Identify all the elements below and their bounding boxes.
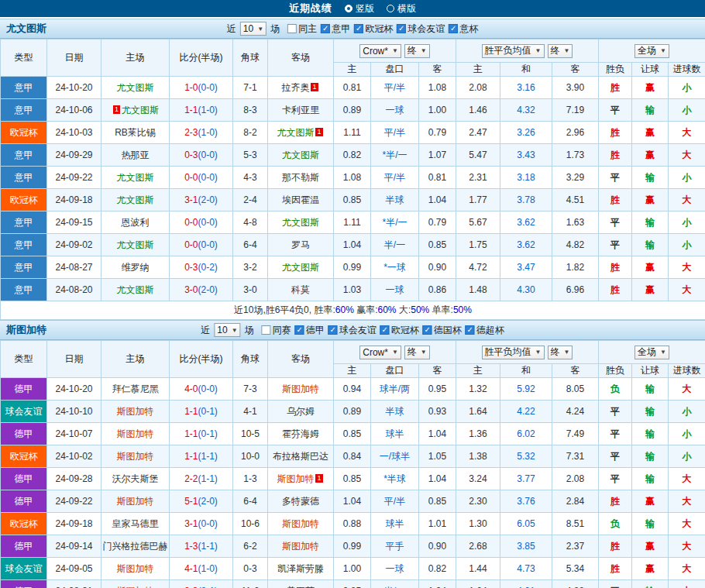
home-team-cell: 斯图加特 <box>101 490 170 513</box>
date-cell: 24-10-03 <box>47 122 101 144</box>
corner-cell: 10-5 <box>233 423 268 445</box>
filter-checkbox[interactable]: ✓欧冠杯 <box>354 22 393 36</box>
checkbox-icon[interactable]: ✓ <box>449 24 458 33</box>
corner-cell: 4-3 <box>233 167 268 189</box>
checkbox-icon[interactable]: ✓ <box>295 325 304 335</box>
handicap-col: 盘口 <box>371 63 419 77</box>
radio-unselected-icon[interactable] <box>387 5 394 12</box>
date-cell: 24-09-29 <box>47 144 101 167</box>
filter-checkbox[interactable]: 同主 <box>287 22 317 36</box>
home-team-cell: 斯图加特 <box>101 558 170 580</box>
bookmaker-select[interactable]: Crow*▼ <box>359 44 401 58</box>
fulltime-score: 5-1 <box>184 496 198 507</box>
filter-checkbox[interactable]: ✓意甲 <box>321 22 350 36</box>
odds-stage-select[interactable]: 终▼ <box>404 44 430 58</box>
recent-count-select[interactable]: 10▼ <box>240 22 267 36</box>
away-team-cell: 尤文图斯 <box>268 256 334 279</box>
goals-cell: 小 <box>669 211 705 234</box>
handicap-result-cell: 输 <box>632 167 669 189</box>
match-row: 德甲24-10-20拜仁慕尼黑4-0(0-0)7-3斯图加特0.94球半/两0.… <box>1 378 705 401</box>
avg-draw-cell: 3.77 <box>500 468 552 490</box>
handicap-result-cell: 赢 <box>632 535 669 558</box>
odds-home-cell: 0.89 <box>334 401 371 423</box>
away-team-cell: 美因茨 <box>268 580 334 588</box>
away-team-cell: 乌尔姆 <box>268 401 334 423</box>
filter-checkbox[interactable]: ✓德甲 <box>295 324 325 337</box>
date-cell: 24-09-18 <box>47 513 101 535</box>
checkbox-icon[interactable] <box>262 325 271 335</box>
avg-home-col: 主 <box>456 364 500 378</box>
avg-stage-select[interactable]: 终▼ <box>548 346 573 359</box>
odds-home-cell: 0.85 <box>334 468 371 490</box>
home-team-cell: 沃尔夫斯堡 <box>101 468 170 490</box>
fulltime-score: 2-3 <box>184 127 198 138</box>
odds-away-cell: 0.82 <box>419 558 456 580</box>
filter-checkbox[interactable]: ✓德超杯 <box>466 324 504 337</box>
result-cell: 胜 <box>599 279 632 301</box>
checkbox-icon[interactable]: ✓ <box>466 325 475 335</box>
home-team-cell: 1尤文图斯 <box>101 99 170 122</box>
checkbox-icon[interactable]: ✓ <box>423 325 432 335</box>
avg-stage-select[interactable]: 终▼ <box>548 44 573 58</box>
corner-cell: 4-8 <box>233 211 268 234</box>
result-cell: 胜 <box>599 122 632 144</box>
summary-cell: 近10场,胜6平4负0, 胜率:60% 赢率:60% 大:50% 单率:50% <box>1 301 705 320</box>
league-cell: 德甲 <box>1 378 47 401</box>
team-name: 美因茨 <box>287 586 315 588</box>
handicap-cell: 球半 <box>371 513 419 535</box>
result-col: 胜负 <box>599 364 632 378</box>
odds-home-cell: 0.81 <box>334 77 371 99</box>
team-name: 斯图加特 <box>117 451 154 462</box>
fulltime-score: 3-1 <box>184 194 198 205</box>
checkbox-icon[interactable]: ✓ <box>321 24 330 33</box>
team-name: 拉齐奥 <box>281 82 309 93</box>
team-name: 斯图加特 <box>282 383 319 394</box>
checkbox-icon[interactable] <box>287 24 297 33</box>
fulltime-score: 1-1 <box>184 451 198 462</box>
chevron-down-icon: ▼ <box>535 349 542 356</box>
filter-checkbox[interactable]: ✓球会友谊 <box>397 22 445 36</box>
checkbox-icon[interactable]: ✓ <box>328 325 338 335</box>
away-team-cell: 多特蒙德 <box>268 490 334 513</box>
select-value: 终 <box>408 44 417 57</box>
goals-cell: 小 <box>669 77 705 99</box>
filter-label: 球会友谊 <box>339 324 377 337</box>
odds-away-cell: 1.04 <box>419 468 456 490</box>
layout-radio-horizontal[interactable]: 横版 <box>387 2 416 15</box>
handicap-cell: 一/球半 <box>371 445 419 468</box>
avg-type-select[interactable]: 胜平负均值▼ <box>482 44 545 58</box>
layout-radio-vertical[interactable]: 竖版 <box>345 2 374 15</box>
avg-draw-cell: 3.62 <box>500 234 552 256</box>
handicap-result-cell: 赢 <box>632 279 669 301</box>
radio-selected-icon[interactable] <box>345 5 352 12</box>
away-team-cell: 那不勒斯 <box>268 167 334 189</box>
filter-checkbox[interactable]: ✓德国杯 <box>423 324 462 337</box>
checkbox-icon[interactable]: ✓ <box>380 325 390 335</box>
filter-checkbox[interactable]: ✓意杯 <box>449 22 478 36</box>
date-cell: 24-10-02 <box>47 445 101 468</box>
result-cell: 平 <box>599 401 632 423</box>
goals-cell: 小 <box>669 423 705 445</box>
team-name: 尤文图斯 <box>122 105 159 115</box>
match-row: 欧冠杯24-10-03RB莱比锡2-3(1-0)8-2尤文图斯11.11平/半0… <box>1 122 705 144</box>
scope-select[interactable]: 全场▼ <box>634 44 669 58</box>
checkbox-icon[interactable]: ✓ <box>397 24 406 33</box>
checkbox-icon[interactable]: ✓ <box>354 24 363 33</box>
avg-type-select[interactable]: 胜平负均值▼ <box>482 346 545 359</box>
handicap-result-cell: 输 <box>632 445 669 468</box>
odds-stage-select[interactable]: 终▼ <box>404 346 430 359</box>
odds-home-cell: 1.04 <box>334 234 371 256</box>
scope-select[interactable]: 全场▼ <box>634 346 669 359</box>
chevron-down-icon: ▼ <box>564 349 570 356</box>
filter-checkbox[interactable]: ✓球会友谊 <box>328 324 377 337</box>
avg-draw-cell: 3.18 <box>500 167 552 189</box>
bookmaker-select[interactable]: Crow*▼ <box>359 346 401 359</box>
page-header: 近期战绩 竖版 横版 <box>0 0 705 17</box>
recent-count-select[interactable]: 10▼ <box>214 323 240 337</box>
filter-checkbox[interactable]: 同赛 <box>262 324 291 337</box>
avg-home-cell: 5.47 <box>456 144 500 167</box>
corner-cell: 6-2 <box>233 535 268 558</box>
filter-checkbox[interactable]: ✓欧冠杯 <box>380 324 419 337</box>
odds-away-cell: 0.86 <box>419 279 456 301</box>
result-cell: 胜 <box>599 535 632 558</box>
